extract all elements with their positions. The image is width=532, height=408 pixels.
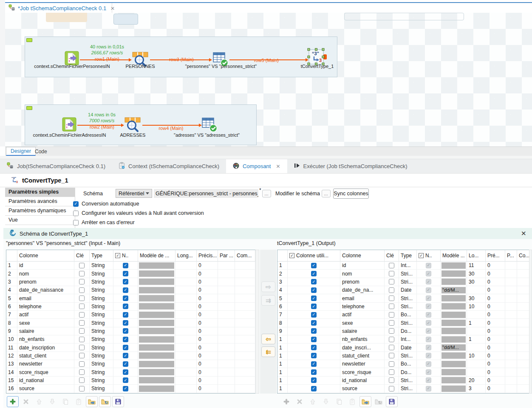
header-checkbox-icon[interactable]: ✓ [419, 253, 424, 258]
cell-comment[interactable] [517, 278, 529, 286]
cell-pattern[interactable] [441, 311, 467, 319]
key-checkbox[interactable] [79, 295, 85, 301]
column-header[interactable]: Clé [385, 250, 399, 262]
flow-wire[interactable] [77, 125, 123, 126]
component-label[interactable]: "personnes" VS "personnes_strict" [183, 64, 259, 69]
cell-default[interactable] [218, 360, 235, 368]
cell-length[interactable]: 3 [467, 385, 486, 393]
column-used-checkbox[interactable]: ✓ [311, 304, 317, 309]
checkbox-unchecked-icon[interactable] [73, 220, 79, 225]
cell-pattern[interactable] [138, 343, 175, 352]
link-label-row5[interactable]: row5 (Main) [245, 58, 288, 63]
cell-type[interactable]: Stri... [399, 278, 417, 286]
key-checkbox[interactable] [389, 304, 394, 309]
cell-column-name[interactable]: statut_client [17, 352, 74, 360]
composant-tab-close-icon[interactable]: ✕ [276, 163, 280, 169]
cell-column-used[interactable]: ✓ [288, 377, 340, 385]
cell-length[interactable] [175, 311, 197, 319]
cell-pattern[interactable] [138, 319, 175, 327]
nullable-checkbox[interactable]: ✓ [123, 328, 128, 334]
job-editor-tab[interactable]: *Job tSchemaComplianceCheck 0.1 ✕ [5, 3, 112, 14]
cell-comment[interactable] [235, 352, 255, 360]
cell-comment[interactable] [235, 294, 255, 302]
nullable-checkbox[interactable]: ✓ [123, 353, 128, 358]
cell-precision[interactable]: 0 [486, 303, 505, 311]
nullable-checkbox[interactable]: ✓ [123, 386, 128, 391]
cell-pattern[interactable]: "dd/M... [441, 343, 467, 352]
cell-length[interactable] [467, 368, 486, 376]
folder-import-button[interactable] [86, 396, 98, 407]
cell-comment[interactable] [235, 303, 255, 311]
nullable-checkbox[interactable]: ✓ [123, 361, 128, 367]
key-checkbox[interactable] [79, 345, 85, 350]
nullable-checkbox-disabled[interactable]: ✓ [426, 271, 431, 276]
cell-nullable[interactable]: ✓ [113, 278, 138, 286]
key-checkbox[interactable] [389, 263, 394, 268]
cell-nullable[interactable]: ✓ [417, 278, 441, 286]
key-checkbox[interactable] [79, 328, 85, 334]
delete-button[interactable] [294, 396, 306, 407]
cell-comment[interactable] [235, 278, 255, 286]
cell-default[interactable] [218, 343, 235, 352]
column-used-checkbox[interactable]: ✓ [311, 328, 317, 334]
transfer-arrow-left-double-button[interactable]: ⇇ [261, 346, 275, 357]
cell-precision[interactable]: 0 [486, 360, 505, 368]
cell-length[interactable]: 1 [467, 335, 486, 343]
cell-key[interactable] [385, 303, 399, 311]
key-checkbox[interactable] [79, 271, 85, 276]
nullable-checkbox[interactable]: ✓ [123, 287, 128, 293]
cell-column-name[interactable]: date_inscription [17, 343, 74, 352]
cell-length[interactable] [175, 368, 197, 376]
cell-nullable[interactable]: ✓ [113, 303, 138, 311]
key-checkbox[interactable] [79, 279, 85, 284]
cell-nullable[interactable]: ✓ [417, 377, 441, 385]
cell-length[interactable] [175, 262, 197, 270]
cell-precision[interactable]: 0 [486, 377, 505, 385]
cell-column-name[interactable]: email [17, 294, 74, 302]
cell-nullable[interactable]: ✓ [113, 343, 138, 352]
cell-default[interactable] [505, 343, 517, 352]
transfer-arrow-right-double-button[interactable]: ⇉ [261, 295, 275, 306]
cell-type[interactable]: Stri... [399, 377, 417, 385]
cell-pattern[interactable] [138, 270, 175, 278]
column-used-checkbox[interactable]: ✓ [311, 312, 317, 318]
column-header[interactable]: Type [399, 250, 417, 262]
cell-nullable[interactable]: ✓ [417, 311, 441, 319]
edit-schema-button[interactable]: … [322, 190, 331, 197]
cell-key[interactable] [74, 311, 90, 319]
cell-column-name[interactable]: nom [340, 270, 385, 278]
cell-length[interactable]: 30 [467, 270, 486, 278]
cell-precision[interactable]: 0 [197, 278, 218, 286]
cell-type[interactable]: Int... [399, 262, 417, 270]
cell-pattern[interactable] [441, 377, 467, 385]
cell-length[interactable] [175, 360, 197, 368]
cell-default[interactable] [218, 303, 235, 311]
column-used-checkbox[interactable]: ✓ [311, 320, 317, 326]
cell-precision[interactable]: 0 [197, 294, 218, 302]
cell-nullable[interactable]: ✓ [113, 270, 138, 278]
column-header[interactable]: Par ... [218, 250, 235, 262]
cell-key[interactable] [385, 352, 399, 360]
cell-nullable[interactable]: ✓ [113, 262, 138, 270]
key-checkbox[interactable] [389, 369, 394, 375]
key-checkbox[interactable] [79, 369, 85, 375]
cell-column-used[interactable]: ✓ [288, 343, 340, 352]
cell-pattern[interactable] [441, 360, 467, 368]
key-checkbox[interactable] [389, 295, 394, 301]
folder-refresh-button[interactable]: ↻ [373, 396, 385, 407]
cell-length[interactable]: 20 [467, 377, 486, 385]
cell-column-name[interactable]: prenom [17, 278, 74, 286]
view-tab-context[interactable]: Context (tSchemaComplianceCheck) [112, 159, 226, 173]
cell-comment[interactable] [235, 360, 255, 368]
cell-type[interactable]: Bo... [399, 311, 417, 319]
cell-precision[interactable]: 0 [197, 352, 218, 360]
cell-column-name[interactable]: telephone [340, 303, 385, 311]
cell-type[interactable]: String [90, 352, 113, 360]
cell-nullable[interactable]: ✓ [113, 335, 138, 343]
cell-nullable[interactable]: ✓ [113, 360, 138, 368]
cell-key[interactable] [74, 294, 90, 302]
column-header[interactable]: Com... [235, 250, 255, 262]
cell-precision[interactable]: 0 [197, 343, 218, 352]
param-tab-3[interactable]: Paramètres dynamiques [5, 206, 75, 216]
cell-comment[interactable] [517, 377, 529, 385]
